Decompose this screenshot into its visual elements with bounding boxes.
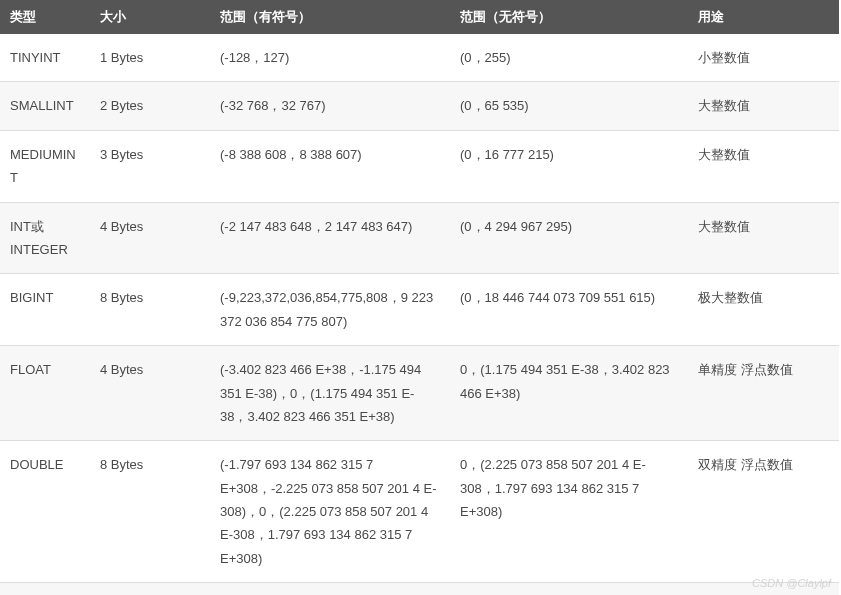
- cell-signed: (-32 768，32 767): [210, 82, 450, 130]
- table-row: DECIMAL 对DECIMAL(M,D) ，如果M>D，为M+2否则为D+2 …: [0, 583, 839, 595]
- cell-type: MEDIUMINT: [0, 130, 90, 202]
- cell-type: INT或INTEGER: [0, 202, 90, 274]
- cell-signed: (-8 388 608，8 388 607): [210, 130, 450, 202]
- cell-use: 大整数值: [688, 82, 839, 130]
- table-row: DOUBLE 8 Bytes (-1.797 693 134 862 315 7…: [0, 441, 839, 583]
- cell-signed: (-3.402 823 466 E+38，-1.175 494 351 E-38…: [210, 346, 450, 441]
- cell-unsigned: 0，(2.225 073 858 507 201 4 E-308，1.797 6…: [450, 441, 688, 583]
- cell-signed: 依赖于M和D的值: [210, 583, 450, 595]
- table-row: BIGINT 8 Bytes (-9,223,372,036,854,775,8…: [0, 274, 839, 346]
- cell-signed: (-1.797 693 134 862 315 7 E+308，-2.225 0…: [210, 441, 450, 583]
- cell-type: DOUBLE: [0, 441, 90, 583]
- table-row: TINYINT 1 Bytes (-128，127) (0，255) 小整数值: [0, 34, 839, 82]
- cell-size: 8 Bytes: [90, 441, 210, 583]
- cell-type: BIGINT: [0, 274, 90, 346]
- cell-use: 单精度 浮点数值: [688, 346, 839, 441]
- table-row: SMALLINT 2 Bytes (-32 768，32 767) (0，65 …: [0, 82, 839, 130]
- datatype-table: 类型 大小 范围（有符号） 范围（无符号） 用途 TINYINT 1 Bytes…: [0, 0, 839, 595]
- cell-unsigned: (0，255): [450, 34, 688, 82]
- cell-unsigned: 0，(1.175 494 351 E-38，3.402 823 466 E+38…: [450, 346, 688, 441]
- cell-type: DECIMAL: [0, 583, 90, 595]
- table-row: MEDIUMINT 3 Bytes (-8 388 608，8 388 607)…: [0, 130, 839, 202]
- cell-unsigned: (0，16 777 215): [450, 130, 688, 202]
- header-use: 用途: [688, 0, 839, 34]
- cell-size: 2 Bytes: [90, 82, 210, 130]
- cell-size: 1 Bytes: [90, 34, 210, 82]
- table-header-row: 类型 大小 范围（有符号） 范围（无符号） 用途: [0, 0, 839, 34]
- table-row: FLOAT 4 Bytes (-3.402 823 466 E+38，-1.17…: [0, 346, 839, 441]
- cell-size: 4 Bytes: [90, 202, 210, 274]
- cell-use: 双精度 浮点数值: [688, 441, 839, 583]
- header-signed: 范围（有符号）: [210, 0, 450, 34]
- cell-type: FLOAT: [0, 346, 90, 441]
- cell-type: SMALLINT: [0, 82, 90, 130]
- cell-signed: (-128，127): [210, 34, 450, 82]
- cell-size: 8 Bytes: [90, 274, 210, 346]
- cell-use: 小整数值: [688, 34, 839, 82]
- cell-size: 3 Bytes: [90, 130, 210, 202]
- header-type: 类型: [0, 0, 90, 34]
- cell-size: 对DECIMAL(M,D) ，如果M>D，为M+2否则为D+2: [90, 583, 210, 595]
- header-size: 大小: [90, 0, 210, 34]
- cell-use: 大整数值: [688, 202, 839, 274]
- cell-unsigned: (0，4 294 967 295): [450, 202, 688, 274]
- cell-signed: (-2 147 483 648，2 147 483 647): [210, 202, 450, 274]
- cell-type: TINYINT: [0, 34, 90, 82]
- header-unsigned: 范围（无符号）: [450, 0, 688, 34]
- cell-size: 4 Bytes: [90, 346, 210, 441]
- cell-use: 极大整数值: [688, 274, 839, 346]
- watermark-text: CSDN @Claylpf: [752, 577, 831, 589]
- cell-unsigned: 依赖于M和D的值: [450, 583, 688, 595]
- cell-use: 大整数值: [688, 130, 839, 202]
- cell-unsigned: (0，18 446 744 073 709 551 615): [450, 274, 688, 346]
- cell-unsigned: (0，65 535): [450, 82, 688, 130]
- table-row: INT或INTEGER 4 Bytes (-2 147 483 648，2 14…: [0, 202, 839, 274]
- cell-signed: (-9,223,372,036,854,775,808，9 223 372 03…: [210, 274, 450, 346]
